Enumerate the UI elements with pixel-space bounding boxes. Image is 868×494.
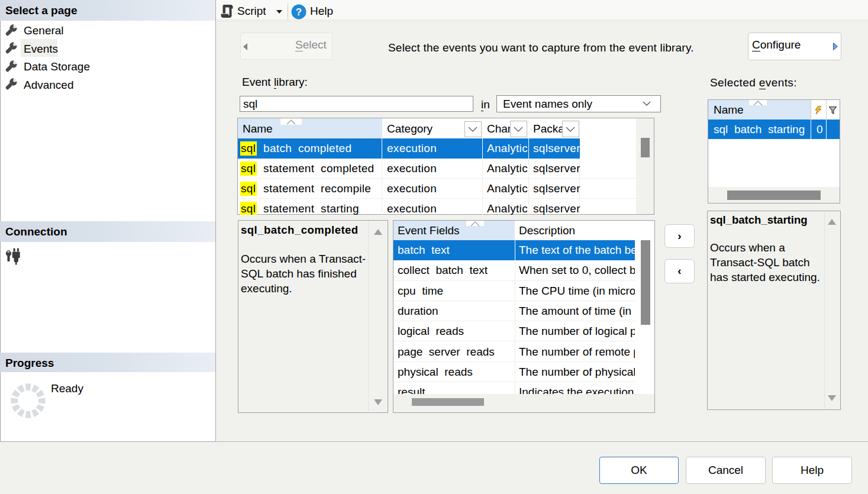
svg-text:?: ? — [296, 7, 302, 18]
